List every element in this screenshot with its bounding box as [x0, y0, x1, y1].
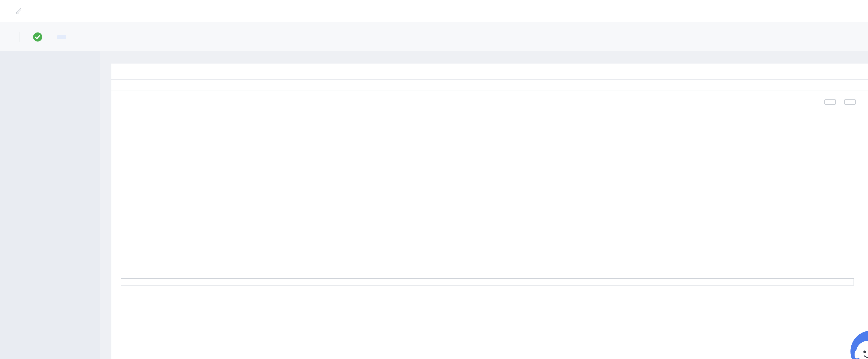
sidebar	[0, 51, 100, 359]
time-to-input[interactable]	[844, 99, 856, 105]
edit-title-icon[interactable]	[15, 7, 22, 16]
time-from-input[interactable]	[825, 99, 836, 105]
returns-line-chart[interactable]	[121, 113, 868, 196]
language-badge	[57, 35, 66, 39]
backtest-detail-page	[0, 0, 868, 359]
top-header	[0, 0, 868, 23]
divider	[19, 32, 20, 42]
assistant-chat-widget[interactable]	[850, 331, 868, 359]
panel-title	[112, 64, 868, 80]
daily-pnl-bar-chart[interactable]	[121, 211, 868, 272]
metrics-grid	[112, 80, 868, 91]
chart-controls	[112, 91, 868, 113]
check-circle-icon	[33, 32, 43, 42]
header-nav	[865, 0, 868, 23]
income-overview-panel	[112, 64, 868, 359]
chart-navigator[interactable]	[121, 278, 854, 286]
settings-bar	[0, 23, 868, 51]
